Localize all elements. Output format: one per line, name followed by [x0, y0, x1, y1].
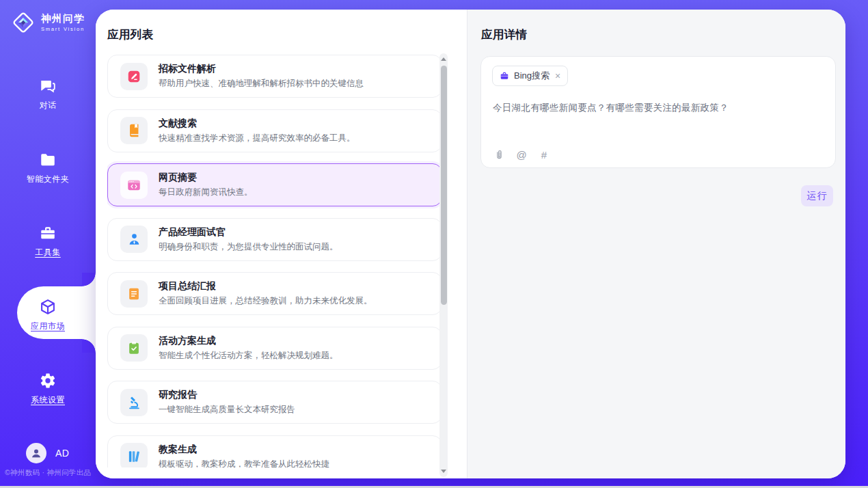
mention-icon[interactable]: @ [515, 148, 528, 161]
app-title: 网页摘要 [159, 172, 253, 184]
app-desc: 快速精准查找学术资源，提高研究效率的必备工具。 [159, 133, 355, 144]
user-name: AD [55, 448, 69, 459]
app-desc: 帮助用户快速、准确地理解和解析招标书中的关键信息 [159, 78, 364, 90]
briefcase-icon [500, 71, 509, 81]
report-note-icon [120, 280, 148, 308]
tool-chip[interactable]: Bing搜索 × [492, 66, 568, 86]
sidebar: 神州问学 Smart Vision 对话智能文件夹工具集应用市场系统设置 AD … [0, 0, 96, 488]
app-text: 研究报告一键智能生成高质量长文本研究报告 [159, 389, 295, 416]
sidebar-item-3[interactable]: 应用市场 [0, 298, 96, 332]
web-code-icon [120, 172, 148, 199]
app-title: 文献搜索 [159, 118, 355, 130]
avatar[interactable] [26, 443, 46, 463]
interviewer-icon [120, 226, 148, 253]
app-list-item[interactable]: 活动方案生成智能生成个性化活动方案，轻松解决规划难题。 [107, 327, 442, 370]
app-text: 项目总结汇报全面回顾项目进展，总结经验教训，助力未来优化发展。 [159, 280, 372, 307]
app-desc: 每日政府新闻资讯快查。 [159, 187, 253, 198]
chat-icon [39, 77, 57, 95]
folder-icon [39, 151, 57, 169]
app-list-item[interactable]: 项目总结汇报全面回顾项目进展，总结经验教训，助力未来优化发展。 [107, 272, 442, 315]
user-icon [29, 446, 43, 460]
toolbox-icon [39, 224, 57, 242]
composer-toolbar: @ # [493, 148, 550, 161]
app-title: 研究报告 [159, 389, 295, 401]
prompt-composer: Bing搜索 × 今日湖北有哪些新闻要点？有哪些需要关注的最新政策？ @ # [480, 56, 836, 168]
app-detail-title: 应用详情 [481, 27, 527, 42]
app-title: 产品经理面试官 [159, 226, 338, 239]
scroll-up-icon[interactable] [441, 57, 446, 61]
scrollbar[interactable] [439, 53, 448, 477]
app-list-item[interactable]: 招标文件解析帮助用户快速、准确地理解和解析招标书中的关键信息 [107, 55, 442, 98]
app-text: 网页摘要每日政府新闻资讯快查。 [159, 172, 253, 198]
app-text: 教案生成模板驱动，教案秒成，教学准备从此轻松快捷 [159, 444, 329, 468]
hash-icon[interactable]: # [538, 148, 550, 161]
brand-logo: 神州问学 Smart Vision [11, 10, 85, 35]
sidebar-item-label: 智能文件夹 [27, 174, 70, 185]
active-tab-curve-bottom [82, 339, 96, 353]
app-text: 产品经理面试官明确身份和职责，为您提供专业性的面试问题。 [159, 226, 338, 253]
app-list-title: 应用列表 [107, 27, 153, 42]
app-list-item[interactable]: 研究报告一键智能生成高质量长文本研究报告 [107, 381, 442, 424]
app-detail-section: 应用详情 Bing搜索 × 今日湖北有哪些新闻要点？有哪些需要关注的最新政策？ [467, 10, 845, 478]
sidebar-item-label: 系统设置 [31, 394, 65, 406]
active-tab-curve-top [82, 273, 96, 286]
sidebar-item-1[interactable]: 智能文件夹 [0, 151, 96, 185]
sidebar-item-4[interactable]: 系统设置 [0, 372, 96, 406]
app-title: 项目总结汇报 [159, 280, 372, 293]
app-list-item[interactable]: 产品经理面试官明确身份和职责，为您提供专业性的面试问题。 [107, 218, 442, 261]
app-title: 教案生成 [159, 444, 329, 456]
app-text: 文献搜索快速精准查找学术资源，提高研究效率的必备工具。 [159, 118, 355, 144]
app-desc: 模板驱动，教案秒成，教学准备从此轻松快捷 [159, 459, 329, 468]
brand-text: 神州问学 Smart Vision [41, 13, 85, 32]
tool-chip-label: Bing搜索 [514, 70, 550, 82]
sidebar-item-label: 应用市场 [31, 321, 65, 332]
app-desc: 全面回顾项目进展，总结经验教训，助力未来优化发展。 [159, 295, 372, 307]
gear-icon [39, 372, 57, 390]
scroll-down-icon[interactable] [441, 470, 446, 473]
copyright-text: ©神州数码 · 神州问学出品 [5, 468, 91, 478]
chip-close-icon[interactable]: × [555, 71, 560, 81]
sidebar-item-2[interactable]: 工具集 [0, 224, 96, 258]
app-list-item[interactable]: 网页摘要每日政府新闻资讯快查。 [107, 163, 442, 206]
app-window: 神州问学 Smart Vision 对话智能文件夹工具集应用市场系统设置 AD … [0, 0, 868, 488]
main-panel: 应用列表 招标文件解析帮助用户快速、准确地理解和解析招标书中的关键信息文献搜索快… [96, 10, 845, 478]
app-desc: 一键智能生成高质量长文本研究报告 [159, 404, 295, 416]
edit-document-icon [120, 63, 148, 90]
user-menu[interactable]: AD [26, 443, 69, 463]
app-list-item[interactable]: 文献搜索快速精准查找学术资源，提高研究效率的必备工具。 [107, 109, 442, 152]
app-text: 活动方案生成智能生成个性化活动方案，轻松解决规划难题。 [159, 335, 338, 362]
microscope-icon [120, 389, 148, 416]
app-list-section: 应用列表 招标文件解析帮助用户快速、准确地理解和解析招标书中的关键信息文献搜索快… [96, 10, 467, 478]
app-text: 招标文件解析帮助用户快速、准确地理解和解析招标书中的关键信息 [159, 63, 364, 90]
app-desc: 明确身份和职责，为您提供专业性的面试问题。 [159, 241, 338, 253]
app-title: 招标文件解析 [159, 63, 364, 75]
book-icon [120, 117, 148, 144]
brand-tagline: Smart Vision [41, 26, 85, 32]
books-icon [120, 443, 148, 467]
app-title: 活动方案生成 [159, 335, 338, 347]
brand-name: 神州问学 [41, 13, 85, 25]
sidebar-item-0[interactable]: 对话 [0, 77, 96, 111]
paperclip-icon[interactable] [493, 148, 505, 161]
cube-icon [39, 298, 57, 316]
prompt-input[interactable]: 今日湖北有哪些新闻要点？有哪些需要关注的最新政策？ [493, 102, 822, 114]
sidebar-item-label: 对话 [40, 100, 57, 111]
app-desc: 智能生成个性化活动方案，轻松解决规划难题。 [159, 350, 338, 362]
clipboard-check-icon [120, 334, 148, 362]
run-button[interactable]: 运行 [801, 185, 833, 206]
diamond-logo-icon [11, 10, 36, 35]
sidebar-item-label: 工具集 [35, 247, 61, 258]
scrollbar-thumb[interactable] [441, 66, 447, 305]
app-list: 招标文件解析帮助用户快速、准确地理解和解析招标书中的关键信息文献搜索快速精准查找… [107, 55, 442, 467]
app-list-item[interactable]: 教案生成模板驱动，教案秒成，教学准备从此轻松快捷 [107, 435, 442, 468]
